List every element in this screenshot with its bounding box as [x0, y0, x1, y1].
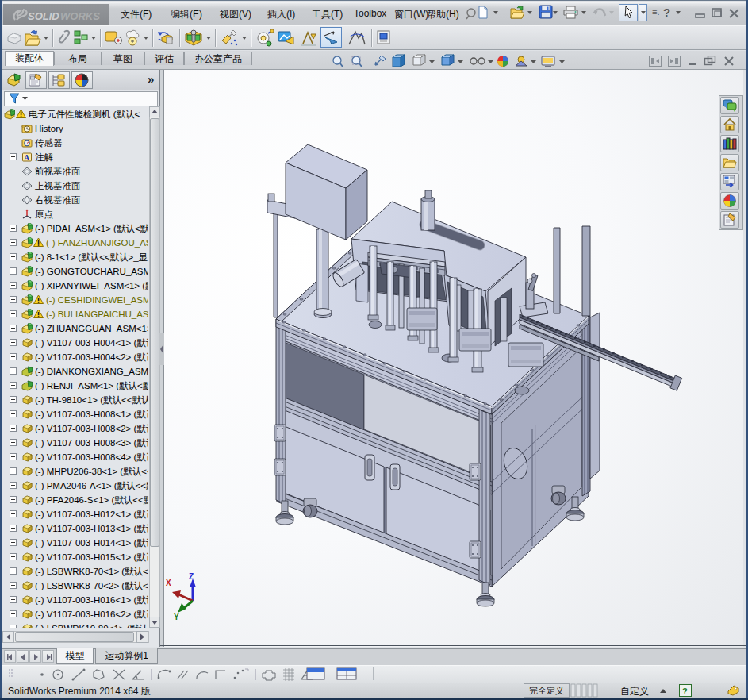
svg-text:WORKS: WORKS: [60, 10, 100, 22]
svg-text:SOLID: SOLID: [28, 10, 59, 22]
svg-text:Z: Z: [189, 572, 194, 581]
svg-text:X: X: [166, 579, 171, 587]
svg-text:?: ?: [682, 687, 688, 696]
svg-text:Y: Y: [174, 613, 179, 621]
